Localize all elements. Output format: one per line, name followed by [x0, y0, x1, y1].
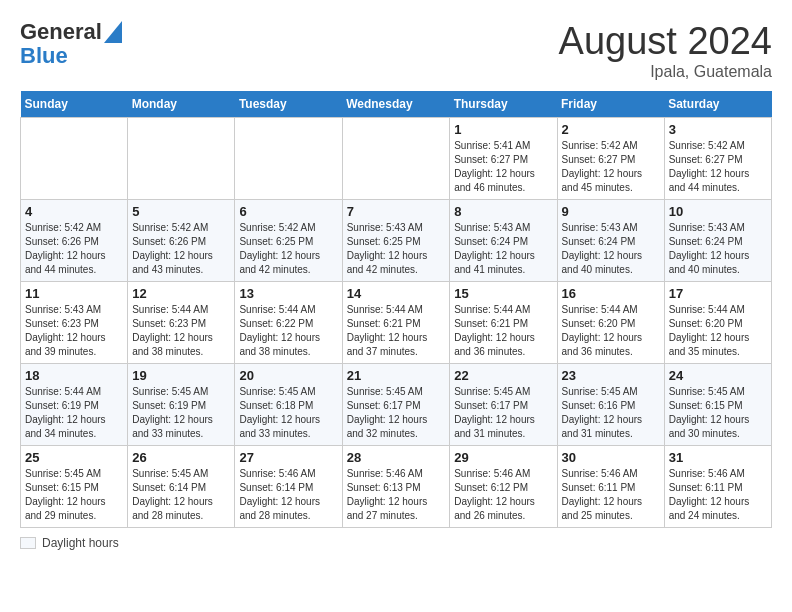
- calendar-cell: 7Sunrise: 5:43 AMSunset: 6:25 PMDaylight…: [342, 200, 450, 282]
- calendar-day-header: Saturday: [664, 91, 771, 118]
- calendar-cell: 19Sunrise: 5:45 AMSunset: 6:19 PMDayligh…: [128, 364, 235, 446]
- day-number: 3: [669, 122, 767, 137]
- calendar-cell: 13Sunrise: 5:44 AMSunset: 6:22 PMDayligh…: [235, 282, 342, 364]
- location: Ipala, Guatemala: [559, 63, 772, 81]
- day-info: Sunrise: 5:45 AMSunset: 6:17 PMDaylight:…: [454, 385, 552, 441]
- svg-marker-0: [104, 21, 122, 43]
- day-number: 17: [669, 286, 767, 301]
- day-number: 27: [239, 450, 337, 465]
- calendar-week-row: 11Sunrise: 5:43 AMSunset: 6:23 PMDayligh…: [21, 282, 772, 364]
- day-info: Sunrise: 5:45 AMSunset: 6:15 PMDaylight:…: [669, 385, 767, 441]
- day-info: Sunrise: 5:44 AMSunset: 6:21 PMDaylight:…: [347, 303, 446, 359]
- day-info: Sunrise: 5:43 AMSunset: 6:24 PMDaylight:…: [562, 221, 660, 277]
- calendar-cell: 20Sunrise: 5:45 AMSunset: 6:18 PMDayligh…: [235, 364, 342, 446]
- day-info: Sunrise: 5:45 AMSunset: 6:15 PMDaylight:…: [25, 467, 123, 523]
- calendar-week-row: 4Sunrise: 5:42 AMSunset: 6:26 PMDaylight…: [21, 200, 772, 282]
- calendar-day-header: Sunday: [21, 91, 128, 118]
- calendar-day-header: Friday: [557, 91, 664, 118]
- day-number: 23: [562, 368, 660, 383]
- day-info: Sunrise: 5:46 AMSunset: 6:13 PMDaylight:…: [347, 467, 446, 523]
- calendar-week-row: 25Sunrise: 5:45 AMSunset: 6:15 PMDayligh…: [21, 446, 772, 528]
- day-info: Sunrise: 5:44 AMSunset: 6:19 PMDaylight:…: [25, 385, 123, 441]
- calendar-cell: 29Sunrise: 5:46 AMSunset: 6:12 PMDayligh…: [450, 446, 557, 528]
- day-number: 25: [25, 450, 123, 465]
- day-info: Sunrise: 5:42 AMSunset: 6:27 PMDaylight:…: [669, 139, 767, 195]
- day-info: Sunrise: 5:45 AMSunset: 6:17 PMDaylight:…: [347, 385, 446, 441]
- calendar-day-header: Thursday: [450, 91, 557, 118]
- calendar-cell: 4Sunrise: 5:42 AMSunset: 6:26 PMDaylight…: [21, 200, 128, 282]
- calendar-cell: 15Sunrise: 5:44 AMSunset: 6:21 PMDayligh…: [450, 282, 557, 364]
- day-info: Sunrise: 5:43 AMSunset: 6:24 PMDaylight:…: [669, 221, 767, 277]
- calendar-day-header: Tuesday: [235, 91, 342, 118]
- day-number: 22: [454, 368, 552, 383]
- calendar-cell: 10Sunrise: 5:43 AMSunset: 6:24 PMDayligh…: [664, 200, 771, 282]
- logo: General Blue: [20, 20, 122, 68]
- logo-text: General Blue: [20, 20, 122, 68]
- calendar-cell: 28Sunrise: 5:46 AMSunset: 6:13 PMDayligh…: [342, 446, 450, 528]
- day-number: 12: [132, 286, 230, 301]
- day-info: Sunrise: 5:44 AMSunset: 6:20 PMDaylight:…: [562, 303, 660, 359]
- day-number: 30: [562, 450, 660, 465]
- day-number: 19: [132, 368, 230, 383]
- day-number: 1: [454, 122, 552, 137]
- calendar-cell: 27Sunrise: 5:46 AMSunset: 6:14 PMDayligh…: [235, 446, 342, 528]
- day-info: Sunrise: 5:44 AMSunset: 6:22 PMDaylight:…: [239, 303, 337, 359]
- calendar-cell: [235, 118, 342, 200]
- calendar-cell: 3Sunrise: 5:42 AMSunset: 6:27 PMDaylight…: [664, 118, 771, 200]
- day-info: Sunrise: 5:42 AMSunset: 6:26 PMDaylight:…: [132, 221, 230, 277]
- calendar-cell: 23Sunrise: 5:45 AMSunset: 6:16 PMDayligh…: [557, 364, 664, 446]
- day-number: 15: [454, 286, 552, 301]
- day-number: 9: [562, 204, 660, 219]
- day-info: Sunrise: 5:44 AMSunset: 6:20 PMDaylight:…: [669, 303, 767, 359]
- calendar-cell: [128, 118, 235, 200]
- calendar-week-row: 1Sunrise: 5:41 AMSunset: 6:27 PMDaylight…: [21, 118, 772, 200]
- day-info: Sunrise: 5:46 AMSunset: 6:11 PMDaylight:…: [669, 467, 767, 523]
- calendar-week-row: 18Sunrise: 5:44 AMSunset: 6:19 PMDayligh…: [21, 364, 772, 446]
- page-header: General Blue August 2024 Ipala, Guatemal…: [20, 20, 772, 81]
- day-info: Sunrise: 5:45 AMSunset: 6:19 PMDaylight:…: [132, 385, 230, 441]
- day-number: 11: [25, 286, 123, 301]
- day-number: 31: [669, 450, 767, 465]
- day-number: 7: [347, 204, 446, 219]
- day-info: Sunrise: 5:45 AMSunset: 6:16 PMDaylight:…: [562, 385, 660, 441]
- calendar-day-header: Monday: [128, 91, 235, 118]
- day-info: Sunrise: 5:43 AMSunset: 6:25 PMDaylight:…: [347, 221, 446, 277]
- day-number: 10: [669, 204, 767, 219]
- footer-legend: Daylight hours: [20, 536, 772, 550]
- day-info: Sunrise: 5:43 AMSunset: 6:24 PMDaylight:…: [454, 221, 552, 277]
- legend-label: Daylight hours: [42, 536, 119, 550]
- day-number: 24: [669, 368, 767, 383]
- calendar-cell: 17Sunrise: 5:44 AMSunset: 6:20 PMDayligh…: [664, 282, 771, 364]
- day-number: 29: [454, 450, 552, 465]
- day-info: Sunrise: 5:46 AMSunset: 6:12 PMDaylight:…: [454, 467, 552, 523]
- calendar-day-header: Wednesday: [342, 91, 450, 118]
- day-number: 28: [347, 450, 446, 465]
- calendar-header-row: SundayMondayTuesdayWednesdayThursdayFrid…: [21, 91, 772, 118]
- legend-box: [20, 537, 36, 549]
- day-number: 18: [25, 368, 123, 383]
- day-number: 16: [562, 286, 660, 301]
- day-number: 20: [239, 368, 337, 383]
- calendar-cell: 24Sunrise: 5:45 AMSunset: 6:15 PMDayligh…: [664, 364, 771, 446]
- day-info: Sunrise: 5:45 AMSunset: 6:14 PMDaylight:…: [132, 467, 230, 523]
- day-info: Sunrise: 5:46 AMSunset: 6:11 PMDaylight:…: [562, 467, 660, 523]
- logo-line1: General: [20, 19, 102, 44]
- day-info: Sunrise: 5:44 AMSunset: 6:23 PMDaylight:…: [132, 303, 230, 359]
- day-number: 2: [562, 122, 660, 137]
- calendar-cell: 25Sunrise: 5:45 AMSunset: 6:15 PMDayligh…: [21, 446, 128, 528]
- calendar-cell: 11Sunrise: 5:43 AMSunset: 6:23 PMDayligh…: [21, 282, 128, 364]
- day-info: Sunrise: 5:46 AMSunset: 6:14 PMDaylight:…: [239, 467, 337, 523]
- calendar-cell: 8Sunrise: 5:43 AMSunset: 6:24 PMDaylight…: [450, 200, 557, 282]
- day-number: 26: [132, 450, 230, 465]
- calendar-cell: [21, 118, 128, 200]
- calendar-cell: 18Sunrise: 5:44 AMSunset: 6:19 PMDayligh…: [21, 364, 128, 446]
- day-number: 8: [454, 204, 552, 219]
- logo-triangle-icon: [104, 21, 122, 43]
- day-info: Sunrise: 5:42 AMSunset: 6:25 PMDaylight:…: [239, 221, 337, 277]
- calendar-cell: 16Sunrise: 5:44 AMSunset: 6:20 PMDayligh…: [557, 282, 664, 364]
- title-section: August 2024 Ipala, Guatemala: [559, 20, 772, 81]
- day-info: Sunrise: 5:42 AMSunset: 6:27 PMDaylight:…: [562, 139, 660, 195]
- calendar-cell: 31Sunrise: 5:46 AMSunset: 6:11 PMDayligh…: [664, 446, 771, 528]
- calendar-cell: 5Sunrise: 5:42 AMSunset: 6:26 PMDaylight…: [128, 200, 235, 282]
- day-number: 4: [25, 204, 123, 219]
